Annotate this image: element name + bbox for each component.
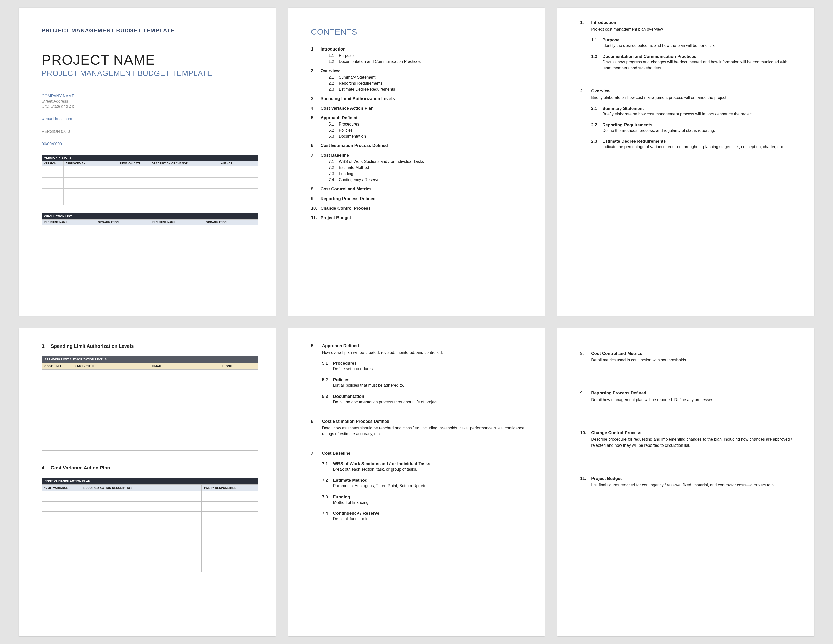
subsection-title: Procedures — [333, 361, 357, 366]
table-row — [42, 440, 258, 451]
toc-sub-number: 7.1 — [329, 159, 339, 164]
page-6: 8.Cost Control and Metrics Detail metric… — [557, 328, 814, 636]
toc-sub-title: Funding — [339, 171, 354, 176]
toc-sub-number: 1.1 — [329, 53, 339, 58]
section-desc: List final figures reached for contingen… — [591, 482, 796, 488]
subsection: 7.4Contingency / ReserveDetail all funds… — [322, 511, 527, 522]
toc-item: 3.Spending Limit Authorization Levels — [311, 96, 527, 101]
page-3: 1.Introduction Project cost management p… — [557, 8, 814, 316]
subsection-body: Detail all funds held. — [333, 516, 527, 522]
table-row — [42, 420, 258, 430]
toc-sub-title: Documentation — [339, 134, 366, 138]
table-row — [42, 172, 258, 177]
section-approach: 5.Approach Defined How overall plan will… — [311, 343, 527, 405]
section-cost-estimation: 6.Cost Estimation Process Defined Detail… — [311, 419, 527, 437]
subsection: 5.1ProceduresDefine set procedures. — [322, 361, 527, 372]
subsection-body: Break out each section, task, or group o… — [333, 467, 527, 472]
toc-item: 7.Cost Baseline7.1WBS of Work Sections a… — [311, 153, 527, 182]
toc-subitem: 7.1WBS of Work Sections and / or Individ… — [329, 159, 527, 164]
subsection-body: Parametric, Analogous, Three-Point, Bott… — [333, 483, 527, 489]
contents-heading: CONTENTS — [311, 27, 527, 37]
table-row — [42, 188, 258, 194]
table-header: PARTY RESPONSIBLE — [202, 485, 258, 491]
subsection-number: 2.1 — [591, 106, 602, 111]
table-row — [42, 183, 258, 188]
toc-subitem: 2.1Summary Statement — [329, 75, 527, 80]
toc-number: 9. — [311, 196, 321, 201]
toc-subitem: 2.3Estimate Degree Requirements — [329, 87, 527, 92]
table-row — [42, 194, 258, 200]
version-history-title: VERSION HISTORY — [42, 155, 258, 161]
toc-number: 11. — [311, 216, 321, 221]
toc-number: 1. — [311, 47, 321, 52]
section-desc: Describe procedure for requesting and im… — [591, 436, 796, 448]
section-number: 9. — [580, 391, 591, 396]
subsection: 5.2PoliciesList all policies that must b… — [322, 377, 527, 388]
subsection: 1.1PurposeIdentify the desired outcome a… — [591, 38, 796, 48]
subsection-title: Documentation and Communication Practice… — [602, 54, 696, 59]
section-change-control: 10.Change Control Process Describe proce… — [580, 430, 796, 448]
toc-item: 6.Cost Estimation Process Defined — [311, 143, 527, 148]
table-row — [42, 370, 258, 380]
section-title: Reporting Process Defined — [591, 391, 646, 396]
subsection-number: 1.1 — [591, 38, 602, 43]
table-row — [42, 502, 258, 512]
table-header: COST LIMIT — [42, 363, 72, 370]
table-header: RECIPIENT NAME — [150, 220, 204, 225]
subsection: 2.3Estimate Degree RequirementsIndicate … — [591, 139, 796, 150]
toc-number: 3. — [311, 96, 321, 101]
toc-sub-title: Estimate Degree Requirements — [339, 87, 395, 92]
subsection-number: 5.1 — [322, 361, 333, 366]
toc-title: Reporting Process Defined — [321, 196, 376, 201]
toc-sub-number: 1.2 — [329, 60, 339, 64]
toc-sub-title: Documentation and Communication Practice… — [339, 60, 421, 64]
toc-number: 2. — [311, 68, 321, 74]
table-row — [42, 380, 258, 390]
subsection-body: Define the methods, process, and regular… — [602, 127, 796, 134]
section-title: Approach Defined — [322, 343, 359, 348]
table-header: AUTHOR — [219, 161, 258, 166]
subsection-body: List all policies that must be adhered t… — [333, 382, 527, 388]
table-header: ORGANIZATION — [96, 220, 150, 225]
toc-item: 1.Introduction1.1Purpose1.2Documentation… — [311, 47, 527, 64]
subsection-number: 7.1 — [322, 461, 333, 467]
toc-number: 10. — [311, 206, 321, 211]
subsection-title: WBS of Work Sections and / or Individual… — [333, 461, 430, 466]
toc-title: Approach Defined — [321, 116, 357, 120]
subsection-body: Discuss how progress and changes will be… — [602, 59, 796, 71]
table-row — [42, 231, 258, 237]
subsection-title: Contingency / Reserve — [333, 511, 380, 516]
doc-title: PROJECT NAME — [42, 52, 258, 68]
section-spending-limit: 3.Spending Limit Authorization Levels — [42, 343, 258, 349]
section-title: Overview — [591, 89, 610, 93]
table-row — [42, 542, 258, 552]
section-number: 2. — [580, 89, 591, 94]
table-row — [42, 200, 258, 205]
subsection-body: Briefly elaborate on how cost management… — [602, 111, 796, 117]
toc-sub-number: 7.2 — [329, 166, 339, 170]
section-title: Cost Estimation Process Defined — [322, 419, 389, 424]
toc-sub-title: Procedures — [339, 122, 359, 126]
toc-subitem: 1.1Purpose — [329, 53, 527, 58]
toc-sub-number: 5.1 — [329, 122, 339, 127]
toc-sub-title: WBS of Work Sections and / or Individual… — [339, 159, 424, 164]
subsection-title: Funding — [333, 494, 350, 499]
table-header: NAME / TITLE — [72, 363, 150, 370]
toc-sub-title: Reporting Requirements — [339, 81, 383, 85]
subsection: 7.1WBS of Work Sections and / or Individ… — [322, 461, 527, 472]
table-row — [42, 562, 258, 572]
section-desc: Detail how estimates should be reached a… — [322, 425, 527, 437]
table-row — [42, 532, 258, 542]
table-row — [42, 552, 258, 562]
table-row — [42, 225, 258, 231]
subsection-title: Reporting Requirements — [602, 122, 652, 127]
subsection-body: Method of financing. — [333, 499, 527, 506]
table-row — [42, 177, 258, 183]
toc-sub-title: Purpose — [339, 53, 354, 58]
page-1: PROJECT MANAGEMENT BUDGET TEMPLATE PROJE… — [19, 8, 276, 316]
section-cost-variance: 4.Cost Variance Action Plan — [42, 465, 258, 471]
table-row — [42, 512, 258, 522]
subsection: 1.2Documentation and Communication Pract… — [591, 54, 796, 71]
table-header: EMAIL — [150, 363, 219, 370]
toc-subitem: 1.2Documentation and Communication Pract… — [329, 60, 527, 64]
